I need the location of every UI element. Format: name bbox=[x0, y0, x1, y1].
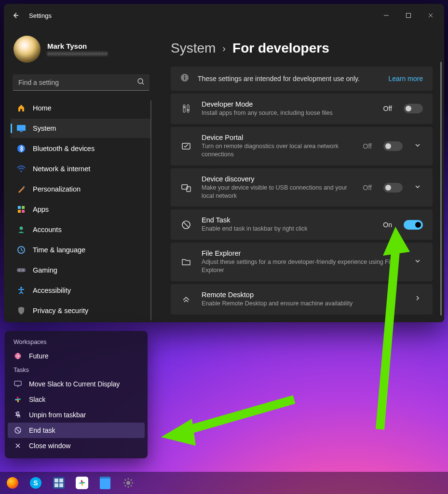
banner-text: These settings are intended for developm… bbox=[198, 75, 380, 82]
sidebar-item-gaming[interactable]: Gaming bbox=[11, 261, 151, 280]
chevron-right-icon[interactable] bbox=[412, 295, 423, 303]
privacy-icon bbox=[16, 306, 26, 316]
sidebar-item-system[interactable]: System bbox=[11, 119, 151, 138]
svg-marker-41 bbox=[161, 419, 196, 446]
setting-device_discovery[interactable]: Device discovery Make your device visibl… bbox=[171, 168, 433, 207]
svg-point-18 bbox=[184, 75, 185, 76]
sidebar-item-label: Gaming bbox=[33, 266, 57, 274]
taskbar: S bbox=[0, 472, 448, 494]
end_task-icon bbox=[180, 220, 192, 230]
setting-title: End Task bbox=[202, 216, 373, 224]
setting-description: Adjust these settings for a more develop… bbox=[202, 258, 403, 274]
sidebar-item-label: Apps bbox=[33, 206, 49, 213]
setting-description: Install apps from any source, including … bbox=[202, 109, 374, 117]
context-item-label: Move Slack to Current Display bbox=[29, 380, 120, 388]
context-item-label: Slack bbox=[29, 396, 45, 403]
taskbar-settings[interactable] bbox=[122, 476, 135, 490]
breadcrumb-parent[interactable]: System bbox=[171, 41, 216, 56]
sidebar-item-label: Accessibility bbox=[33, 287, 71, 294]
context-item-label: End task bbox=[29, 426, 55, 434]
time-icon bbox=[16, 245, 26, 255]
toggle-device_discovery[interactable] bbox=[383, 183, 403, 192]
context-item-label: Unpin from taskbar bbox=[29, 411, 86, 419]
slack-icon bbox=[14, 396, 22, 403]
endtask-icon bbox=[14, 426, 22, 434]
taskbar-slack[interactable] bbox=[75, 476, 89, 490]
user-profile[interactable]: Mark Tyson xxxxxxxxxxxxxxxxxx bbox=[11, 32, 151, 72]
sidebar-item-personalization[interactable]: Personalization bbox=[11, 179, 151, 199]
sidebar-item-label: Privacy & security bbox=[33, 307, 88, 315]
sidebar-item-accounts[interactable]: Accounts bbox=[11, 220, 151, 239]
sidebar-item-time[interactable]: Time & language bbox=[11, 240, 151, 260]
scrollbar[interactable] bbox=[440, 62, 442, 316]
svg-rect-29 bbox=[14, 381, 21, 385]
chevron-down-icon[interactable] bbox=[412, 183, 423, 192]
context-item-unpin-from-taskbar[interactable]: Unpin from taskbar bbox=[8, 407, 145, 423]
context-item-end-task[interactable]: End task bbox=[8, 423, 145, 438]
taskbar-notepad[interactable] bbox=[98, 476, 112, 490]
context-item-close-window[interactable]: Close window bbox=[8, 438, 145, 453]
avatar bbox=[14, 36, 41, 63]
svg-rect-0 bbox=[407, 14, 411, 18]
setting-description: Make your device visible to USB connecti… bbox=[202, 184, 353, 200]
setting-device_portal[interactable]: Device Portal Turn on remote diagnostics… bbox=[171, 127, 433, 165]
chevron-down-icon[interactable] bbox=[412, 142, 423, 151]
context-item-move-slack-to-current-display[interactable]: Move Slack to Current Display bbox=[8, 376, 145, 392]
minimize-button[interactable] bbox=[381, 11, 391, 20]
svg-rect-38 bbox=[82, 482, 85, 483]
close-icon bbox=[14, 442, 22, 449]
setting-title: Device Portal bbox=[202, 134, 353, 141]
sidebar-item-bluetooth[interactable]: Bluetooth & devices bbox=[11, 139, 151, 158]
sidebar: Mark Tyson xxxxxxxxxxxxxxxxxx Home Syste… bbox=[4, 27, 157, 322]
sidebar-item-apps[interactable]: Apps bbox=[11, 200, 151, 219]
sidebar-item-network[interactable]: Network & internet bbox=[11, 159, 151, 178]
setting-file_explorer[interactable]: File Explorer Adjust these settings for … bbox=[171, 243, 433, 281]
sidebar-item-home[interactable]: Home bbox=[11, 98, 151, 118]
close-button[interactable] bbox=[426, 11, 435, 20]
sidebar-item-label: Personalization bbox=[33, 185, 81, 193]
svg-point-1 bbox=[138, 79, 143, 83]
context-item-future[interactable]: Future bbox=[8, 348, 145, 364]
sidebar-item-privacy[interactable]: Privacy & security bbox=[11, 301, 151, 320]
gaming-icon bbox=[16, 265, 26, 275]
svg-rect-7 bbox=[18, 206, 21, 209]
setting-dev_mode: Developer Mode Install apps from any sou… bbox=[171, 94, 433, 124]
taskbar-skype[interactable]: S bbox=[29, 476, 42, 490]
sidebar-item-accessibility[interactable]: Accessibility bbox=[11, 281, 151, 300]
setting-title: Remote Desktop bbox=[202, 291, 403, 299]
taskbar-calculator[interactable] bbox=[52, 476, 66, 490]
personalization-icon bbox=[16, 184, 26, 194]
nav-list: Home System Bluetooth & devices Network … bbox=[11, 98, 151, 320]
svg-point-22 bbox=[184, 107, 185, 108]
sidebar-item-label: Network & internet bbox=[33, 165, 90, 173]
search-field[interactable] bbox=[13, 74, 149, 91]
taskbar-firefox[interactable] bbox=[6, 476, 19, 490]
apps-icon bbox=[16, 205, 26, 214]
svg-rect-33 bbox=[18, 398, 21, 400]
search-input[interactable] bbox=[13, 74, 149, 91]
svg-rect-8 bbox=[22, 206, 25, 209]
back-button[interactable] bbox=[11, 11, 20, 20]
toggle-device_portal[interactable] bbox=[383, 141, 403, 151]
context-item-slack[interactable]: Slack bbox=[8, 392, 145, 407]
unpin-icon bbox=[14, 411, 22, 419]
breadcrumb-current: For developers bbox=[232, 41, 329, 56]
home-icon bbox=[16, 103, 26, 113]
setting-remote_desktop[interactable]: Remote Desktop Enable Remote Desktop and… bbox=[171, 284, 433, 315]
chevron-down-icon[interactable] bbox=[412, 258, 423, 266]
titlebar: Settings bbox=[4, 4, 444, 27]
info-icon bbox=[180, 73, 189, 84]
toggle-end_task[interactable] bbox=[404, 220, 423, 230]
svg-point-39 bbox=[126, 481, 130, 485]
svg-rect-20 bbox=[183, 105, 185, 112]
monitor-icon bbox=[14, 381, 22, 387]
learn-more-link[interactable]: Learn more bbox=[388, 75, 423, 82]
setting-description: Enable end task in taskbar by right clic… bbox=[202, 225, 373, 233]
toggle-dev_mode[interactable] bbox=[404, 104, 423, 113]
svg-rect-21 bbox=[187, 105, 189, 112]
globe-icon bbox=[14, 352, 22, 360]
toggle-state-label: Off bbox=[383, 105, 392, 112]
context-menu-header-tasks: Tasks bbox=[8, 364, 145, 376]
maximize-button[interactable] bbox=[404, 11, 413, 20]
svg-rect-19 bbox=[184, 77, 185, 80]
